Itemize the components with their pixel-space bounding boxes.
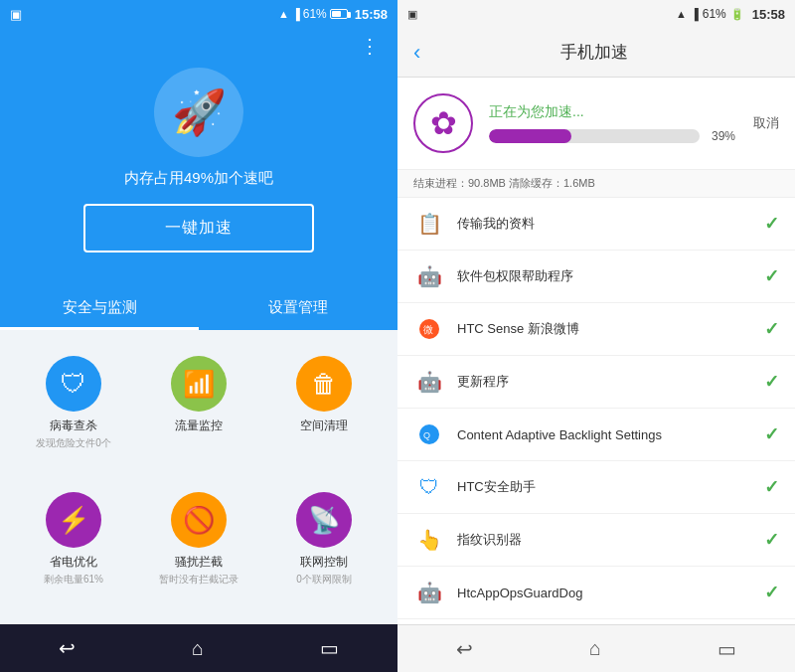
battery-icon [330,9,348,19]
check-0: ✓ [764,213,779,235]
grid-section: 🛡 病毒查杀 发现危险文件0个 📶 流量监控 🗑 空间清理 ⚡ 省电优化 剩余电… [0,330,398,624]
left-panel: ▣ ▲ ▐ 61% 15:58 ⋮ 🚀 内存占用49%加个速吧 一键加速 安全与… [0,0,398,672]
antivirus-icon: 🛡 [46,356,101,412]
grid-item-clean[interactable]: 🗑 空间清理 [266,346,382,472]
right-status-bar: ▣ ▲ ▐ 61% 🔋 15:58 [398,0,795,28]
left-time: 15:58 [355,7,388,22]
left-bottom-nav: ↩ ⌂ ▭ [0,624,398,672]
left-battery-percent: 61% [303,7,327,21]
app-item-2[interactable]: 微 HTC Sense 新浪微博 ✓ [398,303,795,356]
battery-opt-icon: ⚡ [46,492,101,548]
right-battery-icon: 🔋 [730,8,744,21]
rocket-icon: 🚀 [172,86,227,138]
app-item-6[interactable]: 👆 指纹识别器 ✓ [398,514,795,567]
nav-settings[interactable]: 设置管理 [199,288,398,330]
left-header: ⋮ [0,28,398,58]
fan-icon: ✿ [430,104,457,142]
check-7: ✓ [764,582,779,603]
app-item-0[interactable]: 📋 传输我的资料 ✓ [398,198,795,251]
svg-text:微: 微 [423,324,433,335]
back-nav-icon[interactable]: ↩ [59,636,76,660]
check-5: ✓ [764,476,779,498]
network-icon: 📡 [296,492,352,548]
app-name-0: 传输我的资料 [457,215,752,233]
app-name-5: HTC安全助手 [457,478,752,496]
app-icon-7: 🤖 [413,577,445,608]
progress-percent-label: 39% [710,129,737,143]
right-signal-icon: ▐ [691,8,699,20]
recents-nav-icon[interactable]: ▭ [320,636,339,660]
accelerate-info: 正在为您加速... 39% [489,103,737,143]
right-panel: ▣ ▲ ▐ 61% 🔋 15:58 ‹ 手机加速 ✿ 正在为您加速... 39% [398,0,795,672]
right-wifi-icon: ▲ [676,8,687,20]
right-bottom-nav: ↩ ⌂ ▭ [398,624,795,672]
menu-dots-button[interactable]: ⋮ [360,34,382,58]
right-status-icons: ▣ [407,7,417,21]
fan-circle: ✿ [413,93,473,153]
grid-item-antivirus[interactable]: 🛡 病毒查杀 发现危险文件0个 [16,346,131,472]
app-name-3: 更新程序 [457,373,752,391]
app-icon-4: Q [413,419,445,450]
app-icon-3: 🤖 [413,366,445,398]
clean-label: 空间清理 [300,418,348,434]
left-status-right: ▲ ▐ 61% 15:58 [278,7,388,22]
right-back-nav[interactable]: ↩ [456,637,473,661]
progress-bar-bg [489,129,700,143]
back-button[interactable]: ‹ [413,40,420,66]
progress-row: 39% [489,129,737,143]
cancel-button[interactable]: 取消 [753,114,779,132]
battery-opt-label: 省电优化 [50,554,97,571]
app-item-4[interactable]: Q Content Adaptive Backlight Settings ✓ [398,409,795,461]
check-6: ✓ [764,529,779,551]
block-label: 骚扰拦截 [175,554,223,571]
home-nav-icon[interactable]: ⌂ [192,637,204,660]
rocket-circle: 🚀 [154,68,243,157]
app-item-7[interactable]: 🤖 HtcAppOpsGuardDog ✓ [398,567,795,619]
app-name-1: 软件包权限帮助程序 [457,267,752,285]
app-item-5[interactable]: 🛡 HTC安全助手 ✓ [398,461,795,514]
left-status-icons: ▣ [10,7,22,22]
battery-opt-sublabel: 剩余电量61% [44,573,103,587]
block-icon: 🚫 [171,492,227,548]
traffic-label: 流量监控 [175,418,223,434]
antivirus-label: 病毒查杀 [50,418,97,434]
app-icon-5: 🛡 [413,471,445,503]
check-4: ✓ [764,423,779,445]
nav-security[interactable]: 安全与监测 [0,288,199,330]
svg-text:Q: Q [423,430,430,440]
traffic-icon: 📶 [171,356,227,412]
grid-item-battery[interactable]: ⚡ 省电优化 剩余电量61% [16,482,131,608]
boost-button[interactable]: 一键加速 [83,204,314,252]
sim-icon: ▣ [10,7,22,22]
right-recents-nav[interactable]: ▭ [717,637,736,661]
check-1: ✓ [764,265,779,287]
app-icon-6: 👆 [413,524,445,556]
clean-icon: 🗑 [296,356,352,412]
grid-item-traffic[interactable]: 📶 流量监控 [141,346,256,472]
signal-icon: ▐ [292,8,300,20]
progress-bar-fill [489,129,571,143]
accelerate-section: ✿ 正在为您加速... 39% 取消 [398,78,795,170]
app-item-1[interactable]: 🤖 软件包权限帮助程序 ✓ [398,251,795,303]
app-icon-0: 📋 [413,208,445,240]
antivirus-sublabel: 发现危险文件0个 [36,436,111,450]
app-name-7: HtcAppOpsGuardDog [457,586,752,600]
block-sublabel: 暂时没有拦截记录 [159,573,238,587]
right-home-nav[interactable]: ⌂ [589,637,601,660]
app-item-3[interactable]: 🤖 更新程序 ✓ [398,356,795,409]
wifi-icon: ▲ [278,8,289,20]
right-status-right: ▲ ▐ 61% 🔋 15:58 [676,7,785,22]
grid-item-block[interactable]: 🚫 骚扰拦截 暂时没有拦截记录 [141,482,256,608]
right-title: 手机加速 [440,41,747,64]
right-sim-icon: ▣ [407,8,417,20]
network-label: 联网控制 [300,554,348,571]
app-icon-2: 微 [413,313,445,345]
stats-bar: 结束进程：90.8MB 清除缓存：1.6MB [398,170,795,198]
left-status-bar: ▣ ▲ ▐ 61% 15:58 [0,0,398,28]
left-nav: 安全与监测 设置管理 [0,288,398,330]
app-name-2: HTC Sense 新浪微博 [457,320,752,338]
app-icon-1: 🤖 [413,260,445,292]
grid-item-network[interactable]: 📡 联网控制 0个联网限制 [266,482,382,608]
right-header: ‹ 手机加速 [398,28,795,78]
rocket-section: 🚀 内存占用49%加个速吧 一键加速 [0,58,398,272]
